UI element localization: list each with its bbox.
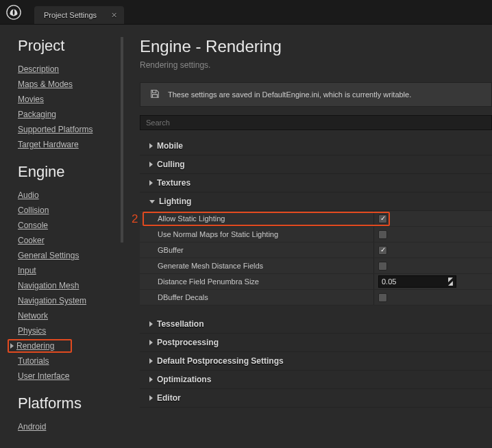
- chevron-right-icon: [149, 340, 153, 345]
- category-mobile[interactable]: Mobile: [140, 137, 492, 155]
- sidebar-item-user-interface[interactable]: User Interface: [18, 369, 69, 384]
- prop-generate-mesh-df: Generate Mesh Distance Fields: [140, 258, 492, 274]
- search-container: [140, 115, 492, 130]
- spinner-arrows-icon[interactable]: ◤◢: [448, 278, 453, 286]
- prop-label: Distance Field Penumbra Size: [140, 274, 374, 289]
- prop-use-normal-maps: Use Normal Maps for Static Lighting: [140, 227, 492, 242]
- category-label: Tessellation: [157, 319, 204, 329]
- chevron-right-icon: [149, 377, 153, 382]
- category-label: Editor: [157, 393, 181, 403]
- prop-df-penumbra-size: Distance Field Penumbra Size 0.05 ◤◢: [140, 274, 492, 290]
- categories: Mobile Culling Textures Lighting Allow S…: [140, 137, 492, 408]
- save-icon: [150, 89, 160, 100]
- prop-gbuffer: GBuffer ✓: [140, 242, 492, 258]
- annotation-callout-2: 2: [132, 212, 138, 226]
- titlebar: Project Settings ✕: [0, 0, 492, 24]
- sidebar-item-rendering-row: Rendering: [18, 338, 127, 353]
- sidebar-item-collision[interactable]: Collision: [18, 203, 49, 218]
- sidebar-section-engine: Engine: [18, 163, 127, 181]
- main-panel: Engine - Rendering Rendering settings. T…: [127, 25, 492, 448]
- prop-label: Allow Static Lighting: [140, 211, 374, 226]
- sidebar-item-description[interactable]: Description: [18, 62, 59, 77]
- category-optimizations[interactable]: Optimizations: [140, 371, 492, 389]
- category-lighting[interactable]: Lighting: [140, 192, 492, 211]
- category-label: Textures: [157, 178, 190, 188]
- sidebar-item-target-hardware[interactable]: Target Hardware: [18, 137, 79, 152]
- sidebar-item-maps-modes[interactable]: Maps & Modes: [18, 77, 73, 92]
- category-label: Optimizations: [157, 375, 211, 384]
- sidebar-item-navigation-system[interactable]: Navigation System: [18, 293, 86, 308]
- checkbox-allow-static-lighting[interactable]: ✓: [378, 214, 387, 223]
- category-label: Postprocessing: [157, 338, 219, 347]
- tab-project-settings[interactable]: Project Settings ✕: [34, 6, 124, 24]
- prop-dbuffer-decals: DBuffer Decals: [140, 290, 492, 306]
- sidebar-item-audio[interactable]: Audio: [18, 188, 39, 203]
- sidebar-item-packaging[interactable]: Packaging: [18, 107, 56, 122]
- chevron-down-icon: [149, 200, 155, 203]
- page-title: Engine - Rendering: [140, 37, 492, 56]
- info-text: These settings are saved in DefaultEngin…: [168, 90, 411, 99]
- category-label: Default Postprocessing Settings: [157, 356, 284, 366]
- chevron-right-icon: [149, 180, 153, 186]
- number-field-penumbra[interactable]: 0.05 ◤◢: [378, 275, 456, 288]
- page-subtitle: Rendering settings.: [140, 60, 492, 70]
- sidebar-item-input[interactable]: Input: [18, 263, 36, 278]
- checkbox-generate-mesh-df[interactable]: [378, 262, 387, 271]
- sidebar-item-movies[interactable]: Movies: [18, 92, 44, 107]
- chevron-right-icon: [149, 395, 153, 401]
- sidebar-item-console[interactable]: Console: [18, 218, 48, 233]
- chevron-right-icon: [149, 358, 153, 364]
- sidebar-item-cooker[interactable]: Cooker: [18, 233, 45, 248]
- sidebar-section-project: Project: [18, 37, 127, 55]
- prop-allow-static-lighting: Allow Static Lighting ✓: [140, 211, 492, 227]
- close-icon[interactable]: ✕: [111, 11, 117, 20]
- content: Project Description Maps & Modes Movies …: [0, 24, 492, 448]
- chevron-right-icon: [149, 143, 153, 149]
- sidebar-item-tutorials[interactable]: Tutorials: [18, 353, 49, 369]
- category-label: Mobile: [157, 141, 183, 151]
- category-editor[interactable]: Editor: [140, 389, 492, 408]
- checkbox-use-normal-maps[interactable]: [378, 230, 387, 239]
- search-input[interactable]: [140, 115, 492, 130]
- category-label: Culling: [157, 160, 185, 169]
- sidebar-item-physics[interactable]: Physics: [18, 323, 46, 338]
- sidebar-section-platforms: Platforms: [18, 395, 127, 412]
- sidebar-item-android[interactable]: Android: [18, 419, 46, 434]
- sidebar-item-general-settings[interactable]: General Settings: [18, 248, 79, 263]
- category-culling[interactable]: Culling: [140, 155, 492, 174]
- chevron-right-icon: [149, 162, 153, 167]
- sidebar-item-navigation-mesh[interactable]: Navigation Mesh: [18, 278, 79, 293]
- chevron-right-icon: [149, 321, 153, 327]
- lighting-properties: Allow Static Lighting ✓ Use Normal Maps …: [140, 211, 492, 306]
- svg-point-0: [7, 5, 21, 18]
- sidebar: Project Description Maps & Modes Movies …: [0, 25, 127, 448]
- number-value: 0.05: [382, 277, 396, 286]
- chevron-right-icon: [10, 343, 14, 349]
- tab-label: Project Settings: [44, 11, 97, 19]
- category-default-postprocessing[interactable]: Default Postprocessing Settings: [140, 352, 492, 371]
- category-tessellation[interactable]: Tessellation: [140, 315, 492, 334]
- sidebar-item-rendering[interactable]: Rendering: [16, 338, 54, 353]
- prop-label: Generate Mesh Distance Fields: [140, 258, 374, 273]
- sidebar-item-supported-platforms[interactable]: Supported Platforms: [18, 122, 93, 137]
- category-postprocessing[interactable]: Postprocessing: [140, 334, 492, 352]
- category-label: Lighting: [159, 197, 191, 206]
- checkbox-dbuffer-decals[interactable]: [378, 293, 387, 302]
- prop-label: Use Normal Maps for Static Lighting: [140, 227, 374, 242]
- info-bar: These settings are saved in DefaultEngin…: [140, 82, 492, 107]
- prop-label: DBuffer Decals: [140, 290, 374, 305]
- prop-label: GBuffer: [140, 242, 374, 258]
- category-textures[interactable]: Textures: [140, 174, 492, 192]
- unreal-logo-icon: [0, 0, 27, 24]
- checkbox-gbuffer[interactable]: ✓: [378, 246, 387, 255]
- sidebar-item-network[interactable]: Network: [18, 308, 48, 323]
